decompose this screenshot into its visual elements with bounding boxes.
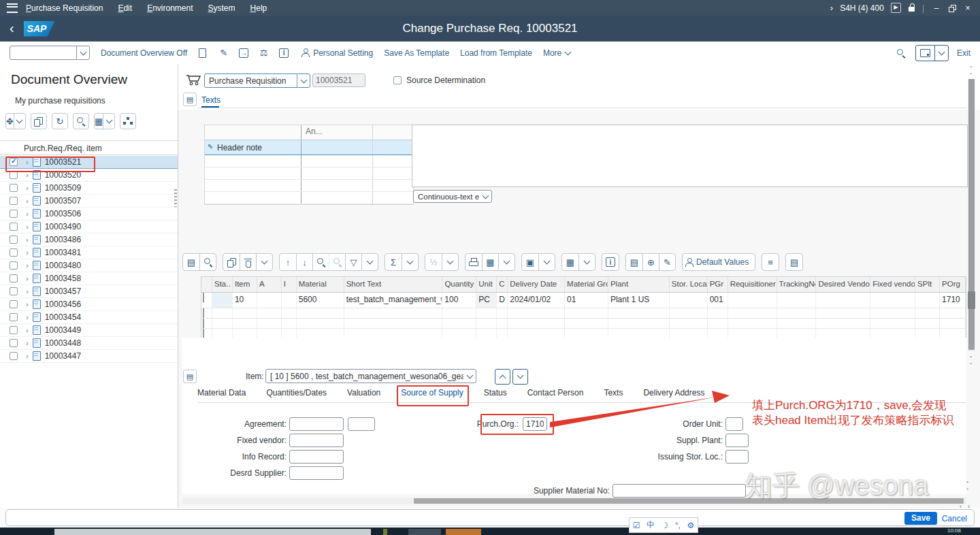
- item-cell[interactable]: [257, 293, 282, 308]
- column-header[interactable]: Stor. Locati..: [670, 277, 708, 292]
- item-table-row[interactable]: [201, 308, 966, 319]
- item-cell[interactable]: [777, 308, 817, 318]
- item-cell[interactable]: [497, 319, 508, 328]
- item-cell[interactable]: [608, 329, 670, 338]
- item-cell[interactable]: [344, 319, 443, 328]
- item-cell[interactable]: PC: [476, 293, 497, 308]
- item-cell[interactable]: [442, 329, 476, 338]
- item-cell[interactable]: [940, 308, 966, 318]
- item-cell[interactable]: [497, 308, 508, 318]
- item-cell[interactable]: [915, 293, 940, 308]
- pr-number[interactable]: 10003457: [45, 287, 81, 296]
- item-cell[interactable]: [565, 308, 608, 318]
- expand-row-icon[interactable]: ›: [26, 261, 29, 270]
- row-checkbox[interactable]: [10, 184, 18, 192]
- column-header[interactable]: Desired Vendor: [816, 277, 870, 292]
- expand-row-icon[interactable]: ›: [26, 158, 29, 166]
- item-cell[interactable]: [282, 329, 297, 338]
- cancel-button[interactable]: Cancel: [942, 514, 967, 523]
- item-cell[interactable]: [670, 329, 708, 338]
- item-cell[interactable]: [870, 293, 915, 308]
- item-cell[interactable]: [915, 319, 940, 328]
- item-cell[interactable]: [282, 293, 297, 308]
- item-table-row[interactable]: 105600test_batch_management_we...100PCD2…: [201, 293, 966, 308]
- collapse-header-icon[interactable]: ▤: [183, 93, 197, 106]
- item-cell[interactable]: [476, 319, 497, 328]
- export-icon[interactable]: ▦: [482, 254, 498, 270]
- chevron-down-icon[interactable]: [442, 254, 458, 270]
- item-cell[interactable]: [816, 319, 870, 328]
- row-checkbox[interactable]: [10, 313, 18, 321]
- row-checkbox[interactable]: [10, 274, 18, 282]
- supplier-material-no-field[interactable]: [612, 484, 746, 498]
- save-as-template-button[interactable]: Save As Template: [384, 48, 449, 58]
- text-row-empty[interactable]: [205, 180, 413, 192]
- expand-row-icon[interactable]: ›: [26, 248, 29, 257]
- item-cell[interactable]: Plant 1 US: [608, 293, 670, 308]
- expand-row-icon[interactable]: ›: [26, 352, 29, 360]
- main-vscrollbar[interactable]: [968, 79, 975, 351]
- item-cell[interactable]: [816, 329, 870, 338]
- filter-icon[interactable]: ▽: [345, 254, 361, 270]
- pr-list-row[interactable]: ›10003454: [0, 311, 178, 324]
- copy-to-icon[interactable]: ▣: [522, 254, 538, 270]
- row-checkbox[interactable]: [10, 223, 18, 231]
- tab-valuation[interactable]: Valuation: [347, 388, 380, 402]
- copy-icon[interactable]: [223, 254, 240, 270]
- print-icon[interactable]: [466, 254, 482, 270]
- column-header[interactable]: Sta..: [212, 277, 233, 292]
- chevron-down-icon[interactable]: [402, 254, 418, 270]
- header-note-textarea[interactable]: [412, 125, 968, 187]
- item-cell[interactable]: [816, 293, 870, 308]
- pr-list-row[interactable]: ›10003521: [0, 156, 178, 169]
- item-cell[interactable]: [870, 329, 915, 338]
- hierarchy-button[interactable]: [120, 113, 136, 129]
- item-cell[interactable]: test_batch_management_we...: [344, 293, 443, 308]
- taskbar-app-icon[interactable]: [408, 529, 441, 535]
- column-header[interactable]: Delivery Date: [508, 277, 565, 292]
- fixed-vendor-field[interactable]: [289, 434, 344, 447]
- document-overview-off-button[interactable]: Document Overview Off: [101, 48, 187, 58]
- status-message-bar[interactable]: Save Cancel: [5, 509, 975, 526]
- pr-list-row[interactable]: ›10003480: [0, 259, 178, 272]
- item-cell[interactable]: [940, 329, 966, 338]
- item-cell[interactable]: D: [497, 293, 508, 308]
- item-cell[interactable]: [670, 319, 708, 328]
- item-cell[interactable]: [915, 308, 940, 318]
- item-cell[interactable]: [728, 308, 777, 318]
- texts-col-header[interactable]: An...: [301, 125, 373, 140]
- column-header[interactable]: SPlt: [915, 277, 940, 292]
- pr-list-row[interactable]: ›10003458: [0, 272, 178, 285]
- item-cell[interactable]: [728, 329, 777, 338]
- expand-row-icon[interactable]: ›: [26, 287, 29, 295]
- close-button[interactable]: ×: [962, 3, 973, 13]
- item-cell[interactable]: [257, 329, 282, 338]
- item-cell[interactable]: [233, 319, 257, 328]
- item-cell[interactable]: [940, 319, 966, 328]
- row-checkbox[interactable]: [10, 236, 18, 244]
- chevron-down-icon[interactable]: [479, 191, 491, 202]
- item-cell[interactable]: [476, 329, 497, 338]
- agreement-field[interactable]: [289, 417, 344, 431]
- sort-ascending-icon[interactable]: ↑: [280, 254, 296, 270]
- pr-number[interactable]: 10003507: [45, 196, 81, 206]
- item-cell[interactable]: [565, 319, 608, 328]
- column-header[interactable]: POrg: [940, 277, 966, 292]
- search-icon[interactable]: [312, 254, 329, 270]
- hamburger-menu-icon[interactable]: [7, 3, 18, 13]
- scroll-up-icon[interactable]: ˆ: [966, 481, 968, 487]
- search-button[interactable]: [73, 113, 89, 129]
- row-checkbox[interactable]: [10, 158, 18, 166]
- taskbar-app-icon[interactable]: [383, 529, 387, 535]
- item-cell[interactable]: [233, 308, 257, 318]
- scroll-down-icon[interactable]: ˇ: [970, 362, 972, 369]
- item-cell[interactable]: [670, 293, 708, 308]
- unlock-icon[interactable]: [908, 3, 915, 12]
- row-checkbox[interactable]: [10, 197, 18, 205]
- pr-list-row[interactable]: ›10003506: [0, 208, 178, 221]
- column-header[interactable]: Purch.Req./Req. item: [0, 140, 178, 155]
- pr-list-row[interactable]: ›10003490: [0, 221, 178, 233]
- item-cell[interactable]: [915, 329, 940, 338]
- note-icon[interactable]: ✎: [659, 254, 675, 270]
- column-header[interactable]: A: [257, 277, 282, 292]
